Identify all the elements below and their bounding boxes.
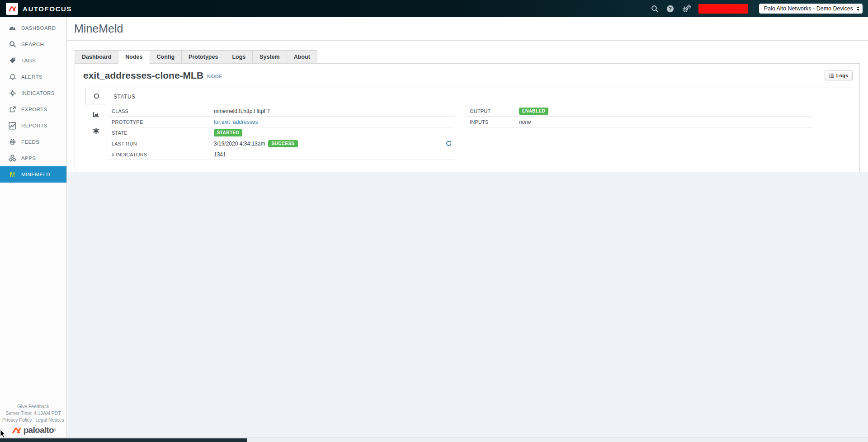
node-type-label: NODE <box>207 74 222 79</box>
bell-icon <box>9 73 16 81</box>
search-icon[interactable] <box>651 5 659 13</box>
privacy-policy-link[interactable]: Privacy Policy <box>2 417 32 423</box>
table-row: LAST RUN 3/19/2020 4:34:13am SUCCESS <box>109 138 454 149</box>
cubes-icon <box>9 155 16 162</box>
table-row: INPUTS none <box>467 117 812 127</box>
main-area: MineMeld Dashboard Nodes Config Prototyp… <box>67 17 868 437</box>
tab-config[interactable]: Config <box>150 50 182 63</box>
dropdown-spinner-icon <box>857 6 859 11</box>
prototype-link[interactable]: tor.exit_addresses <box>214 119 258 125</box>
sidebar-item-indicators[interactable]: INDICATORS <box>0 85 66 101</box>
node-io-table: OUTPUT ENABLED INPUTS none <box>467 106 812 160</box>
sidebar-footer: Give Feedback Server Time: 4:13AM PDT Pr… <box>0 403 66 435</box>
minemeld-icon: M <box>9 171 16 179</box>
output-badge: ENABLED <box>519 108 548 115</box>
inputs-value: none <box>519 119 531 125</box>
tab-prototypes[interactable]: Prototypes <box>181 50 225 63</box>
list-icon <box>829 73 834 78</box>
crosshair-icon <box>9 89 16 97</box>
table-row: # INDICATORS 1341 <box>109 149 454 160</box>
table-row: OUTPUT ENABLED <box>467 106 812 117</box>
page-header: MineMeld <box>67 17 868 41</box>
state-badge: STARTED <box>214 129 242 136</box>
sidebar-item-alerts[interactable]: ALERTS <box>0 69 66 85</box>
chart-line-icon <box>9 122 16 130</box>
sidebar: DASHBOARD SEARCH TAGS <box>0 17 67 437</box>
tab-system[interactable]: System <box>252 50 287 63</box>
brand-title: AUTOFOCUS <box>23 5 72 13</box>
indicators-count: 1341 <box>214 151 226 158</box>
tag-icon <box>9 57 16 65</box>
status-heading: STATUS <box>113 94 859 100</box>
circle-icon <box>93 93 100 99</box>
sidebar-item-exports[interactable]: EXPORTS <box>0 101 66 118</box>
sidebar-item-reports[interactable]: REPORTS <box>0 118 66 134</box>
search-icon <box>9 41 16 48</box>
scrollbar-thumb[interactable] <box>0 438 247 442</box>
class-value: minemeld.ft.http.HttpFT <box>214 108 270 114</box>
area-chart-icon <box>92 111 100 118</box>
status-section: STATUS CLASS minemeld.ft.http.HttpFT PRO… <box>107 88 859 165</box>
node-title: exit_addresses-clone-MLB <box>83 70 203 81</box>
help-icon[interactable]: ? <box>666 5 674 13</box>
sidebar-item-search[interactable]: SEARCH <box>0 36 66 52</box>
node-properties-table: CLASS minemeld.ft.http.HttpFT PROTOTYPE … <box>109 106 454 160</box>
server-time: Server Time: 4:13AM PDT <box>0 410 66 417</box>
rail-tab-settings[interactable] <box>93 127 99 136</box>
page-title: MineMeld <box>74 22 123 35</box>
sidebar-item-tags[interactable]: TAGS <box>0 52 66 69</box>
horizontal-scrollbar[interactable] <box>0 437 868 442</box>
table-row: CLASS minemeld.ft.http.HttpFT <box>109 106 454 117</box>
tab-region: Dashboard Nodes Config Prototypes Logs S… <box>67 41 868 172</box>
tab-bar: Dashboard Nodes Config Prototypes Logs S… <box>75 50 317 63</box>
tab-dashboard[interactable]: Dashboard <box>75 50 118 63</box>
node-detail-panel: exit_addresses-clone-MLB NODE Logs <box>75 63 860 172</box>
rail-tab-status[interactable] <box>85 88 107 104</box>
tab-logs[interactable]: Logs <box>225 50 253 63</box>
sidebar-item-dashboard[interactable]: DASHBOARD <box>0 20 66 36</box>
autofocus-logo <box>6 3 18 15</box>
palo-alto-wordmark: paloalto®NETWORKS <box>24 426 56 435</box>
tenant-selector-dropdown[interactable]: Palo Alto Networks - Demo Devices <box>759 4 863 14</box>
sidebar-item-minemeld[interactable]: M MINEMELD <box>0 166 66 183</box>
tenant-selector-value: Palo Alto Networks - Demo Devices <box>764 5 853 12</box>
last-run-result-badge: SUCCESS <box>268 140 297 147</box>
last-run-value: 3/19/2020 4:34:13am <box>214 141 265 147</box>
svg-text:?: ? <box>669 6 672 11</box>
external-link-icon <box>9 106 16 113</box>
tab-about[interactable]: About <box>287 50 317 63</box>
logs-button[interactable]: Logs <box>825 71 853 80</box>
table-row: PROTOTYPE tor.exit_addresses <box>109 117 454 127</box>
node-section-rail <box>85 88 107 165</box>
palo-alto-mark-icon <box>11 426 22 435</box>
gear-icon <box>9 138 16 146</box>
sidebar-item-apps[interactable]: APPS <box>0 150 66 166</box>
refresh-icon[interactable] <box>446 141 452 146</box>
rail-tab-stats[interactable] <box>92 111 100 120</box>
palo-alto-networks-logo: paloalto®NETWORKS <box>0 426 66 435</box>
settings-gears-icon[interactable] <box>682 5 691 13</box>
topbar-divider <box>754 4 754 13</box>
redacted-username <box>698 4 748 14</box>
top-bar: AUTOFOCUS ? Palo Alto Networks - Demo De… <box>0 0 868 17</box>
asterisk-icon <box>93 127 99 134</box>
table-row: STATE STARTED <box>109 127 454 138</box>
tab-nodes[interactable]: Nodes <box>118 50 150 64</box>
gauge-icon <box>9 24 16 32</box>
legal-notices-link[interactable]: Legal Notices <box>35 417 64 423</box>
sidebar-item-feeds[interactable]: FEEDS <box>0 134 66 150</box>
give-feedback-link[interactable]: Give Feedback <box>17 404 49 409</box>
palo-alto-mark-icon <box>8 5 17 13</box>
